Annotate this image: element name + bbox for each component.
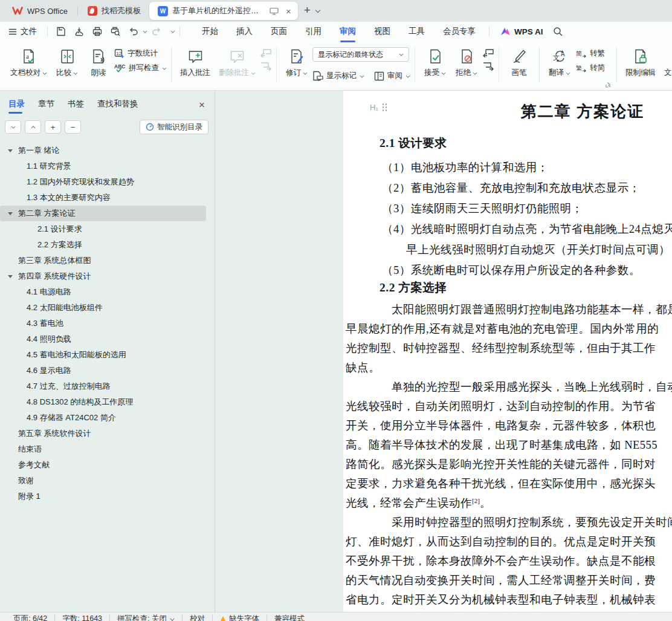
- toc-item[interactable]: 4.7 过充、过放控制电路: [0, 379, 206, 394]
- menu-tab[interactable]: 审阅: [331, 23, 365, 40]
- zoom-out-toc-button[interactable]: −: [65, 120, 81, 134]
- toc-item[interactable]: 参考文献: [0, 457, 206, 473]
- status-segment-label: 页面: 6/42: [13, 614, 47, 621]
- toc-item[interactable]: 4.1 电源电路: [0, 284, 206, 300]
- print-preview-button[interactable]: [106, 24, 124, 39]
- sidebar-close-icon[interactable]: ×: [199, 99, 205, 111]
- ribbon-divider: [539, 47, 540, 83]
- to-traditional-button[interactable]: 简 转繁: [575, 48, 605, 59]
- read-aloud-button[interactable]: 朗读: [83, 45, 114, 80]
- encrypt-doc-button[interactable]: 文档加密: [660, 45, 672, 80]
- translate-button[interactable]: 文A 翻译: [544, 45, 575, 80]
- toc-item[interactable]: 第二章 方案论证: [0, 206, 206, 221]
- tab-list-chevron-icon[interactable]: [315, 8, 320, 13]
- toc-item[interactable]: 第四章 系统硬件设计: [0, 268, 206, 284]
- delete-comment-button[interactable]: 删除批注: [215, 45, 260, 80]
- toc-item[interactable]: 2.1 设计要求: [0, 221, 206, 237]
- insert-comment-button[interactable]: 插入批注: [176, 45, 215, 80]
- menu-tab[interactable]: 工具: [399, 23, 434, 40]
- toc-item[interactable]: 4.6 显示电路: [0, 363, 206, 379]
- status-segment[interactable]: 页面: 6/42: [6, 613, 54, 621]
- toc-item[interactable]: 1.2 国内外研究现状和发展趋势: [0, 174, 206, 190]
- toc-item[interactable]: 4.2 太阳能电池板组件: [0, 300, 206, 316]
- triangle-down-icon[interactable]: [8, 275, 13, 278]
- toc-item[interactable]: 致谢: [0, 473, 206, 489]
- quick-access-chevron-icon[interactable]: [171, 30, 175, 33]
- document-line: 光线较强时，自动关闭照明灯，达到自动控制的作用。为节省: [343, 394, 672, 414]
- next-comment-button[interactable]: [260, 62, 272, 71]
- spell-check-button[interactable]: ABC 拼写检查: [114, 63, 167, 73]
- menu-tab[interactable]: 页面: [262, 23, 296, 40]
- markup-state-select[interactable]: 显示标记的最终状态: [312, 47, 409, 62]
- menu-tab[interactable]: 开始: [193, 23, 227, 40]
- toc-item[interactable]: 第一章 绪论: [0, 143, 206, 158]
- tab-docer-templates[interactable]: 找稻壳模板: [79, 2, 149, 19]
- print-button[interactable]: [88, 24, 106, 39]
- triangle-down-icon[interactable]: [8, 212, 13, 215]
- toc-item[interactable]: 结束语: [0, 441, 206, 457]
- triangle-down-icon[interactable]: [8, 149, 13, 152]
- previous-comment-button[interactable]: [260, 48, 272, 57]
- toc-item[interactable]: 第五章 系统软件设计: [0, 426, 206, 441]
- document-line: 单独的光控型一般采用感光探头，当晚上光线弱时，自动: [343, 375, 672, 394]
- restrict-editing-button[interactable]: 限制编辑: [621, 45, 660, 80]
- zoom-in-toc-button[interactable]: +: [45, 120, 61, 134]
- to-simplified-button[interactable]: 繁 转简: [575, 63, 605, 73]
- close-tab-icon[interactable]: ×: [284, 6, 293, 16]
- menu-tab[interactable]: 视图: [365, 23, 399, 40]
- next-change-button[interactable]: [482, 62, 494, 71]
- status-segment[interactable]: 拼写检查: 关闭: [110, 613, 182, 621]
- sidebar-tab[interactable]: 目录: [8, 99, 25, 114]
- ink-brush-button[interactable]: 画笔: [503, 45, 535, 80]
- tab-document[interactable]: W 基于单片机的红外遥控照明灯 ×: [149, 2, 298, 20]
- review-pane-button[interactable]: 审阅: [374, 71, 410, 81]
- toc-item[interactable]: 4.5 蓄电池和太阳能板的选用: [0, 347, 206, 363]
- toc-item[interactable]: 第三章 系统总体框图: [0, 253, 206, 268]
- tab-wps-office[interactable]: WPS Office: [4, 2, 76, 19]
- menu-tab[interactable]: 引用: [296, 23, 331, 40]
- status-segment[interactable]: 校对: [183, 613, 212, 621]
- menu-tab[interactable]: 插入: [227, 23, 262, 40]
- status-segment[interactable]: 兼容模式: [267, 613, 312, 621]
- collapse-all-button[interactable]: [25, 120, 41, 134]
- document-page[interactable]: H₁ 第二章 方案论证 2.1 设计要求 （1）电池板功率的计算和选用； （2）…: [343, 91, 672, 612]
- undo-button[interactable]: [124, 24, 143, 39]
- accept-button[interactable]: 接受: [419, 45, 451, 80]
- toc-item[interactable]: 4.8 DS1302 的结构及工作原理: [0, 394, 206, 410]
- status-segment[interactable]: 缺失字体: [213, 613, 267, 621]
- new-tab-button[interactable]: +: [298, 4, 315, 18]
- toc-item[interactable]: 2.2 方案选择: [0, 237, 206, 253]
- compare-button[interactable]: 比较: [51, 45, 83, 80]
- previous-change-button[interactable]: [482, 48, 494, 57]
- monitor-icon[interactable]: [270, 7, 279, 15]
- toc-toolbar: + − 智能识别目录: [0, 114, 215, 134]
- sidebar-tab[interactable]: 查找和替换: [97, 99, 138, 114]
- menu-tab[interactable]: 会员专享: [434, 23, 485, 40]
- search-icon[interactable]: [549, 25, 567, 39]
- redo-button[interactable]: [147, 24, 166, 39]
- sidebar-tab[interactable]: 章节: [38, 99, 54, 114]
- file-menu-button[interactable]: 文件: [6, 26, 43, 37]
- toc-item[interactable]: 1.3 本文的主要研究内容: [0, 190, 206, 206]
- export-pdf-button[interactable]: [70, 24, 88, 39]
- status-segment[interactable]: 字数: 11643: [55, 613, 109, 621]
- track-changes-button[interactable]: 修订: [281, 45, 312, 80]
- expand-all-button[interactable]: [5, 120, 21, 134]
- toc-item[interactable]: 1.1 研究背景: [0, 158, 206, 174]
- group-dialog-launcher-icon[interactable]: [606, 82, 611, 88]
- word-count-button[interactable]: 12 字数统计: [114, 48, 167, 59]
- heading-drag-handle[interactable]: H₁: [370, 103, 387, 112]
- reject-button[interactable]: 拒绝: [451, 45, 482, 80]
- toc-item[interactable]: 4.9 存储器 AT24C02 简介: [0, 410, 206, 426]
- smart-toc-button[interactable]: 智能识别目录: [140, 120, 208, 134]
- wps-ai-button[interactable]: WPS AI: [500, 27, 543, 36]
- show-markup-button[interactable]: 显示标记: [312, 71, 364, 81]
- doc-proofread-button[interactable]: a 文档校对: [6, 45, 51, 80]
- toc-item[interactable]: 4.4 照明负载: [0, 331, 206, 347]
- document-canvas[interactable]: H₁ 第二章 方案论证 2.1 设计要求 （1）电池板功率的计算和选用； （2）…: [215, 91, 672, 612]
- sidebar-tab[interactable]: 书签: [68, 99, 84, 114]
- undo-chevron-icon[interactable]: [143, 30, 147, 33]
- save-button[interactable]: [52, 24, 70, 39]
- toc-item[interactable]: 4.3 蓄电池: [0, 316, 206, 331]
- toc-item[interactable]: 附录 1: [0, 489, 206, 504]
